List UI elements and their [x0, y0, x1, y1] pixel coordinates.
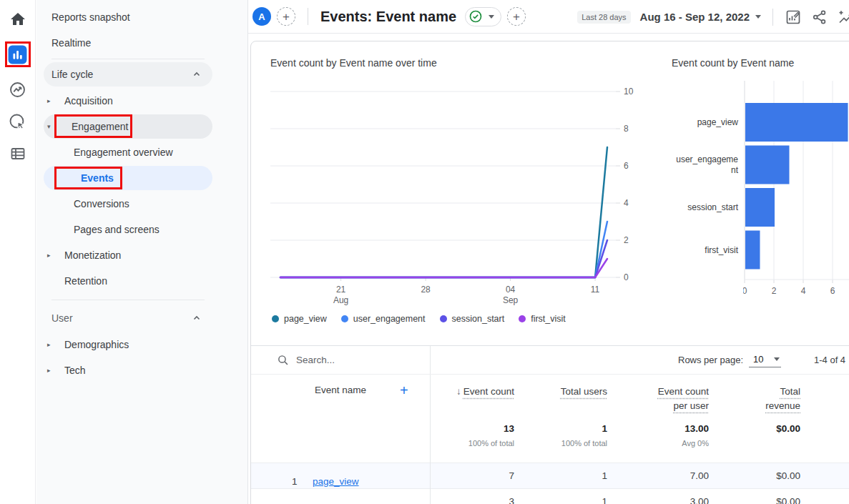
- engagement-pill: ▾ Engagement: [44, 114, 212, 139]
- search-icon: [277, 354, 289, 366]
- header-right: Last 28 days Aug 16 - Sep 12, 2022: [577, 0, 849, 34]
- sidebar-item-label: Events: [44, 172, 114, 184]
- totals-total-revenue: $0.00: [709, 423, 800, 434]
- column-header-event-count[interactable]: Event count: [463, 386, 514, 397]
- legend-label: page_view: [284, 314, 327, 324]
- cell-total-revenue: $0.00: [709, 470, 800, 481]
- totals-event-count-per-user: 13.00: [607, 423, 709, 434]
- sidebar-item-engagement[interactable]: ▾ Engagement: [36, 114, 247, 139]
- avatar[interactable]: A: [252, 7, 271, 26]
- bar-category-label: page_view: [672, 117, 738, 128]
- sidebar-section-life-cycle[interactable]: Life cycle: [44, 62, 212, 87]
- column-header-event-count-per-user[interactable]: Event count per user: [646, 385, 709, 413]
- sidebar-item-conversions[interactable]: Conversions: [36, 191, 247, 217]
- sidebar-item-retention[interactable]: Retention: [36, 268, 247, 294]
- bar-chart-section: Event count by Event name page_viewuser_…: [672, 57, 849, 343]
- collapsed-arrow-icon: ▸: [47, 341, 51, 348]
- column-header-total-users[interactable]: Total users: [561, 386, 607, 397]
- header-divider: [772, 9, 773, 26]
- svg-text:Aug: Aug: [333, 295, 348, 305]
- rows-per-page: Rows per page: 10: [678, 352, 781, 367]
- sidebar-item-monetization[interactable]: ▸ Monetization: [36, 242, 247, 268]
- add-comparison-button[interactable]: +: [277, 7, 295, 26]
- report-card: Event count by Event name over time 0246…: [250, 41, 849, 504]
- bar-chart-title: Event count by Event name: [672, 57, 849, 69]
- line-chart: 024681021Aug2804Sep11: [270, 83, 644, 309]
- rows-per-page-select[interactable]: 10: [749, 352, 780, 367]
- svg-text:4: 4: [801, 286, 806, 296]
- rows-per-page-label: Rows per page:: [678, 355, 743, 365]
- sidebar-item-tech[interactable]: ▸ Tech: [36, 357, 247, 383]
- event-name-link[interactable]: user_engagement: [313, 502, 391, 504]
- table-row: 1 page_view 7 1 7.00 $0.00: [251, 463, 849, 488]
- home-icon[interactable]: [8, 9, 28, 29]
- legend-dot-icon: [519, 315, 526, 322]
- cell-total-users: 1: [514, 496, 607, 504]
- rows-per-page-value: 10: [753, 354, 763, 365]
- svg-text:10: 10: [624, 87, 634, 97]
- legend-dot-icon: [272, 315, 279, 322]
- search-input[interactable]: [296, 355, 411, 365]
- svg-text:Sep: Sep: [503, 295, 519, 305]
- table-header-row: Event name + ↓Event count Total users Ev…: [251, 375, 849, 415]
- sidebar-item-label: Engagement: [44, 121, 128, 132]
- sidebar-item-label: Pages and screens: [36, 224, 160, 235]
- date-range-picker[interactable]: Aug 16 - Sep 12, 2022: [640, 11, 761, 23]
- table-totals-row: 13 100% of total 1 100% of total 13.00 A…: [251, 415, 849, 463]
- header-divider: [308, 8, 308, 25]
- svg-text:2: 2: [772, 286, 777, 296]
- add-dimension-button[interactable]: +: [400, 382, 408, 399]
- legend-item: first_visit: [519, 314, 566, 324]
- chevron-up-icon: [192, 70, 201, 79]
- column-header-event-name[interactable]: Event name: [315, 385, 366, 395]
- insights-icon[interactable]: [838, 9, 849, 26]
- add-report-button[interactable]: +: [507, 7, 526, 26]
- events-table: Rows per page: 10 1-4 of 4 Event name +: [251, 345, 849, 504]
- event-name-link[interactable]: page_view: [313, 476, 359, 487]
- collapsed-arrow-icon: ▸: [47, 252, 51, 259]
- customize-report-icon[interactable]: [785, 9, 802, 26]
- sidebar-item-acquisition[interactable]: ▸ Acquisition: [36, 88, 247, 114]
- svg-text:6: 6: [830, 286, 835, 296]
- totals-total-users-note: 100% of total: [514, 439, 607, 448]
- explore-icon[interactable]: [8, 79, 28, 99]
- cell-event-count: 7: [430, 470, 514, 481]
- sidebar-item-engagement-overview[interactable]: Engagement overview: [36, 139, 247, 165]
- app-rail: [0, 0, 36, 504]
- cell-event-count-per-user: 7.00: [607, 470, 709, 481]
- advertising-icon[interactable]: [8, 112, 28, 132]
- column-header-total-revenue[interactable]: Total revenue: [756, 385, 800, 413]
- collapsed-arrow-icon: ▸: [47, 367, 51, 374]
- legend-label: first_visit: [531, 314, 566, 324]
- legend-item: user_engagement: [341, 314, 426, 324]
- svg-text:21: 21: [336, 285, 346, 295]
- sidebar-item-reports-snapshot[interactable]: Reports snapshot: [36, 4, 247, 30]
- svg-text:11: 11: [591, 285, 600, 295]
- chevron-up-icon: [192, 314, 201, 322]
- sidebar-item-realtime[interactable]: Realtime: [36, 30, 247, 56]
- sidebar-item-label: Realtime: [36, 37, 91, 49]
- bar-category-label: session_start: [672, 202, 738, 213]
- chevron-down-icon: [489, 15, 494, 19]
- check-circle-icon: [468, 9, 483, 24]
- sidebar-item-events[interactable]: Events: [36, 165, 247, 191]
- plus-icon: +: [513, 11, 520, 23]
- svg-text:8: 8: [624, 124, 629, 134]
- library-icon[interactable]: [8, 144, 28, 164]
- svg-text:6: 6: [624, 161, 629, 171]
- sidebar-item-pages-and-screens[interactable]: Pages and screens: [36, 217, 247, 242]
- legend-item: session_start: [440, 314, 505, 324]
- table-toolbar: Rows per page: 10 1-4 of 4: [251, 346, 849, 375]
- cell-event-count-per-user: 3.00: [607, 496, 709, 504]
- share-icon[interactable]: [811, 9, 828, 26]
- comparison-badge: Last 28 days: [577, 11, 630, 24]
- sidebar-item-label: Tech: [36, 365, 86, 376]
- sidebar-item-demographics[interactable]: ▸ Demographics: [36, 332, 247, 357]
- reports-icon[interactable]: [5, 41, 31, 67]
- totals-event-count: 13: [430, 423, 514, 434]
- line-chart-title: Event count by Event name over time: [270, 57, 644, 69]
- cell-total-users: 1: [514, 470, 607, 481]
- report-status-dropdown[interactable]: [465, 7, 501, 26]
- sidebar-section-user[interactable]: User: [44, 306, 212, 330]
- svg-text:28: 28: [421, 285, 431, 295]
